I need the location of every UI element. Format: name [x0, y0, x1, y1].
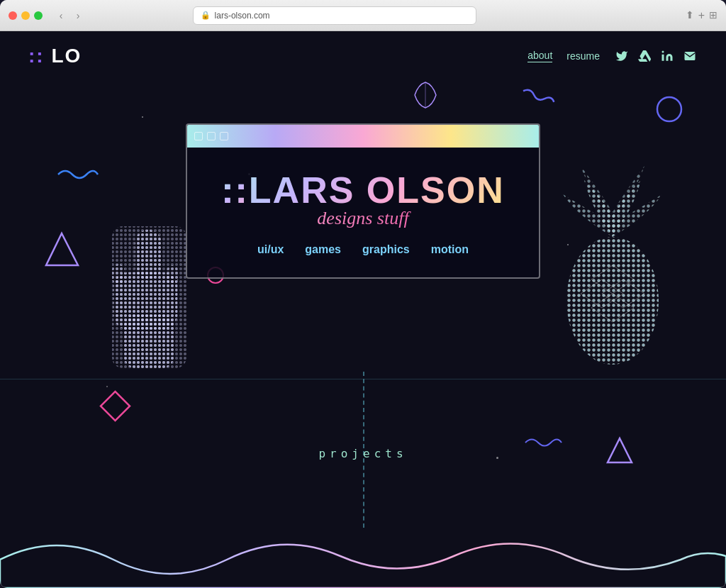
svg-rect-4	[101, 392, 130, 421]
logo-dots: ::	[28, 45, 45, 67]
about-link[interactable]: about	[527, 50, 552, 62]
hero-title: ::LARS OLSON	[216, 169, 510, 211]
svg-point-6	[662, 51, 664, 53]
share-icon[interactable]: ⬆	[686, 9, 694, 22]
artstation-icon[interactable]	[637, 48, 652, 64]
window-btn-3	[220, 132, 228, 140]
window-titlebar	[187, 125, 539, 148]
hero-nav-items: ui/ux games graphics motion	[216, 243, 510, 256]
window-body: ::LARS OLSON designs stuff ui/ux games g…	[187, 148, 539, 277]
website-content: :: LO about resume	[0, 31, 726, 588]
nav-item-uiux[interactable]: ui/ux	[257, 243, 284, 256]
window-btn-2	[207, 132, 216, 140]
minimize-button[interactable]	[21, 11, 30, 20]
svg-marker-5	[608, 438, 632, 462]
site-navigation: :: LO about resume	[0, 31, 726, 81]
title-text: LARS OLSON	[249, 170, 505, 211]
traffic-lights	[9, 11, 43, 20]
pineapple-illustration	[542, 159, 683, 386]
svg-rect-13	[112, 226, 186, 368]
star-dot	[106, 386, 108, 387]
triangle-decoration	[43, 230, 82, 272]
close-button[interactable]	[9, 11, 17, 20]
resume-link[interactable]: resume	[566, 50, 600, 62]
browser-window: ‹ › 🔒 lars-olson.com ⬆ + ⊞	[0, 0, 726, 588]
site-logo[interactable]: :: LO	[28, 45, 82, 67]
browser-titlebar: ‹ › 🔒 lars-olson.com ⬆ + ⊞	[0, 0, 726, 31]
left-squiggle	[57, 166, 99, 187]
svg-marker-1	[46, 233, 78, 265]
squiggle-decoration	[518, 82, 559, 113]
email-icon[interactable]	[682, 48, 698, 64]
back-button[interactable]: ‹	[54, 9, 68, 23]
linkedin-icon[interactable]	[659, 48, 675, 64]
projects-label[interactable]: projects	[318, 447, 407, 460]
diamond-decoration	[99, 390, 131, 425]
nav-right: about resume	[527, 48, 698, 64]
twitter-icon[interactable]	[614, 48, 630, 64]
top-decoration	[411, 81, 440, 112]
star-dot	[142, 116, 143, 118]
nav-item-motion[interactable]: motion	[431, 243, 469, 256]
star-dot	[496, 457, 498, 459]
nav-item-graphics[interactable]: graphics	[362, 243, 410, 256]
title-dots: ::	[221, 170, 249, 211]
maximize-button[interactable]	[34, 11, 43, 20]
svg-point-2	[657, 97, 681, 121]
bottom-right-squiggle	[524, 435, 563, 453]
bottom-wave	[0, 517, 726, 588]
address-bar[interactable]: 🔒 lars-olson.com	[193, 6, 476, 25]
triangle-right	[605, 436, 634, 467]
browser-nav: ‹ ›	[54, 9, 85, 23]
forward-button[interactable]: ›	[71, 9, 85, 23]
logo-letters: LO	[51, 45, 82, 67]
circle-decoration	[655, 95, 683, 126]
social-icons	[614, 48, 698, 64]
new-tab-icon[interactable]: +	[698, 9, 705, 22]
hero-window: ::LARS OLSON designs stuff ui/ux games g…	[186, 123, 540, 279]
lock-icon: 🔒	[201, 11, 211, 20]
nav-item-games[interactable]: games	[305, 243, 341, 256]
window-btn-1	[194, 132, 203, 140]
browser-actions: ⬆ + ⊞	[686, 9, 717, 22]
url-text: lars-olson.com	[215, 11, 270, 21]
grid-view-icon[interactable]: ⊞	[709, 9, 717, 22]
